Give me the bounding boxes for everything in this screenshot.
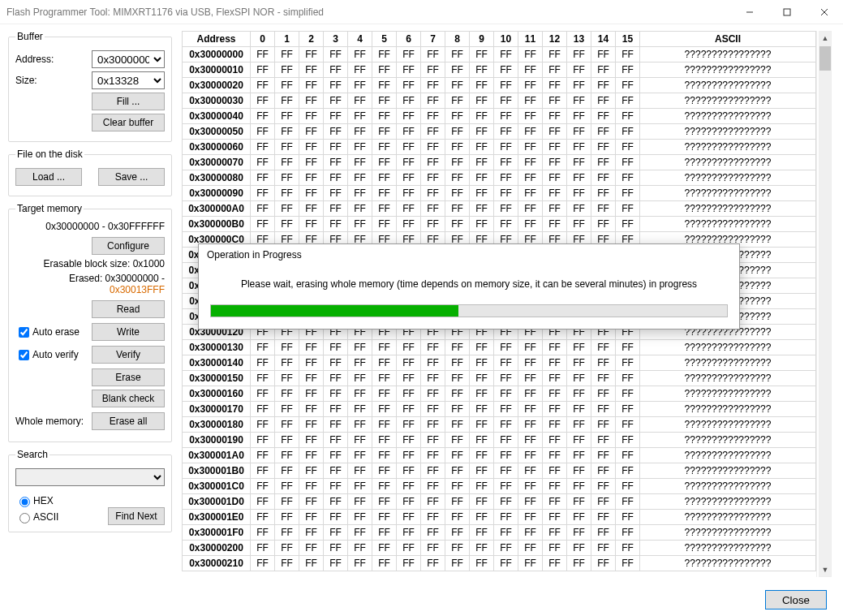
buffer-address-select[interactable]: 0x30000000: [92, 50, 165, 68]
cell-ascii: ????????????????: [640, 355, 816, 371]
cell-ascii: ????????????????: [640, 386, 816, 402]
scroll-up-arrow[interactable]: ▲: [819, 32, 831, 45]
cell-byte: FF: [518, 386, 543, 402]
cell-byte: FF: [324, 448, 348, 463]
scroll-thumb[interactable]: [819, 46, 831, 71]
configure-button[interactable]: Configure: [92, 237, 165, 255]
cell-byte: FF: [348, 417, 372, 433]
cell-byte: FF: [275, 525, 299, 541]
cell-byte: FF: [518, 170, 543, 186]
search-ascii-label[interactable]: ASCII: [33, 511, 58, 523]
table-row[interactable]: 0x30000060FFFFFFFFFFFFFFFFFFFFFFFFFFFFFF…: [183, 140, 816, 155]
table-row[interactable]: 0x300000A0FFFFFFFFFFFFFFFFFFFFFFFFFFFFFF…: [183, 201, 816, 217]
close-window-button[interactable]: [806, 0, 843, 24]
cell-byte: FF: [567, 448, 591, 463]
table-row[interactable]: 0x300001A0FFFFFFFFFFFFFFFFFFFFFFFFFFFFFF…: [183, 448, 816, 463]
search-ascii-radio[interactable]: [19, 513, 30, 523]
search-hex-radio[interactable]: [19, 497, 30, 507]
read-button[interactable]: Read: [92, 300, 165, 318]
table-row[interactable]: 0x30000160FFFFFFFFFFFFFFFFFFFFFFFFFFFFFF…: [183, 386, 816, 402]
table-row[interactable]: 0x30000030FFFFFFFFFFFFFFFFFFFFFFFFFFFFFF…: [183, 93, 816, 109]
search-combo[interactable]: [15, 468, 165, 486]
cell-byte: FF: [616, 340, 640, 355]
table-row[interactable]: 0x30000150FFFFFFFFFFFFFFFFFFFFFFFFFFFFFF…: [183, 371, 816, 386]
table-row[interactable]: 0x30000130FFFFFFFFFFFFFFFFFFFFFFFFFFFFFF…: [183, 340, 816, 355]
cell-byte: FF: [494, 541, 518, 556]
table-row[interactable]: 0x30000070FFFFFFFFFFFFFFFFFFFFFFFFFFFFFF…: [183, 155, 816, 170]
vertical-scrollbar[interactable]: ▲ ▼: [819, 31, 832, 577]
cell-byte: FF: [445, 556, 470, 571]
cell-byte: FF: [324, 510, 348, 525]
table-row[interactable]: 0x30000170FFFFFFFFFFFFFFFFFFFFFFFFFFFFFF…: [183, 402, 816, 417]
table-row[interactable]: 0x300001B0FFFFFFFFFFFFFFFFFFFFFFFFFFFFFF…: [183, 463, 816, 479]
table-row[interactable]: 0x300001E0FFFFFFFFFFFFFFFFFFFFFFFFFFFFFF…: [183, 510, 816, 525]
cell-byte: FF: [494, 62, 518, 78]
cell-byte: FF: [299, 541, 324, 556]
table-row[interactable]: 0x30000190FFFFFFFFFFFFFFFFFFFFFFFFFFFFFF…: [183, 433, 816, 448]
cell-byte: FF: [470, 186, 494, 201]
table-row[interactable]: 0x30000010FFFFFFFFFFFFFFFFFFFFFFFFFFFFFF…: [183, 62, 816, 78]
table-row[interactable]: 0x30000080FFFFFFFFFFFFFFFFFFFFFFFFFFFFFF…: [183, 170, 816, 186]
cell-byte: FF: [567, 47, 591, 62]
cell-byte: FF: [616, 433, 640, 448]
cell-ascii: ????????????????: [640, 340, 816, 355]
cell-byte: FF: [543, 556, 567, 571]
buffer-size-select[interactable]: 0x13328: [92, 71, 165, 89]
cell-byte: FF: [421, 93, 445, 109]
cell-byte: FF: [470, 47, 494, 62]
scroll-down-arrow[interactable]: ▼: [819, 563, 831, 576]
cell-byte: FF: [348, 525, 372, 541]
table-row[interactable]: 0x300001D0FFFFFFFFFFFFFFFFFFFFFFFFFFFFFF…: [183, 494, 816, 510]
cell-ascii: ????????????????: [640, 510, 816, 525]
table-row[interactable]: 0x300001C0FFFFFFFFFFFFFFFFFFFFFFFFFFFFFF…: [183, 479, 816, 494]
cell-byte: FF: [372, 217, 397, 232]
table-row[interactable]: 0x30000000FFFFFFFFFFFFFFFFFFFFFFFFFFFFFF…: [183, 47, 816, 62]
table-row[interactable]: 0x30000050FFFFFFFFFFFFFFFFFFFFFFFFFFFFFF…: [183, 124, 816, 140]
cell-byte: FF: [518, 140, 543, 155]
erase-button[interactable]: Erase: [92, 368, 165, 386]
verify-button[interactable]: Verify: [92, 346, 165, 364]
table-row[interactable]: 0x30000210FFFFFFFFFFFFFFFFFFFFFFFFFFFFFF…: [183, 556, 816, 571]
write-button[interactable]: Write: [92, 323, 165, 341]
table-row[interactable]: 0x30000140FFFFFFFFFFFFFFFFFFFFFFFFFFFFFF…: [183, 355, 816, 371]
buffer-clear-button[interactable]: Clear buffer: [92, 114, 165, 131]
auto-erase-label[interactable]: Auto erase: [32, 326, 80, 338]
table-row[interactable]: 0x300000B0FFFFFFFFFFFFFFFFFFFFFFFFFFFFFF…: [183, 217, 816, 232]
cell-address: 0x300001A0: [183, 448, 251, 463]
table-row[interactable]: 0x30000020FFFFFFFFFFFFFFFFFFFFFFFFFFFFFF…: [183, 78, 816, 93]
cell-byte: FF: [324, 155, 348, 170]
minimize-button[interactable]: [731, 0, 768, 24]
table-row[interactable]: 0x30000180FFFFFFFFFFFFFFFFFFFFFFFFFFFFFF…: [183, 417, 816, 433]
cell-byte: FF: [251, 525, 275, 541]
search-hex-label[interactable]: HEX: [33, 495, 54, 506]
maximize-button[interactable]: [768, 0, 806, 24]
auto-verify-checkbox[interactable]: [19, 350, 29, 360]
find-next-button[interactable]: Find Next: [108, 507, 165, 525]
buffer-fill-button[interactable]: Fill ...: [92, 93, 165, 110]
cell-byte: FF: [372, 479, 397, 494]
cell-byte: FF: [251, 463, 275, 479]
auto-erase-checkbox[interactable]: [19, 327, 29, 338]
buffer-size-label: Size:: [15, 75, 64, 86]
cell-ascii: ????????????????: [640, 109, 816, 124]
cell-byte: FF: [518, 186, 543, 201]
cell-byte: FF: [591, 186, 616, 201]
auto-verify-label[interactable]: Auto verify: [32, 349, 79, 360]
cell-byte: FF: [421, 556, 445, 571]
erased-end: 0x30013FFF: [110, 284, 165, 295]
table-row[interactable]: 0x300001F0FFFFFFFFFFFFFFFFFFFFFFFFFFFFFF…: [183, 525, 816, 541]
cell-ascii: ????????????????: [640, 186, 816, 201]
file-load-button[interactable]: Load ...: [15, 168, 82, 186]
table-row[interactable]: 0x30000090FFFFFFFFFFFFFFFFFFFFFFFFFFFFFF…: [183, 186, 816, 201]
table-row[interactable]: 0x30000200FFFFFFFFFFFFFFFFFFFFFFFFFFFFFF…: [183, 541, 816, 556]
cell-byte: FF: [616, 448, 640, 463]
cell-byte: FF: [518, 494, 543, 510]
cell-byte: FF: [567, 340, 591, 355]
table-row[interactable]: 0x30000040FFFFFFFFFFFFFFFFFFFFFFFFFFFFFF…: [183, 109, 816, 124]
close-button[interactable]: Close: [765, 590, 827, 610]
file-save-button[interactable]: Save ...: [98, 168, 165, 186]
cell-byte: FF: [372, 186, 397, 201]
erase-all-button[interactable]: Erase all: [92, 412, 165, 430]
cell-byte: FF: [470, 525, 494, 541]
blank-check-button[interactable]: Blank check: [92, 390, 165, 407]
